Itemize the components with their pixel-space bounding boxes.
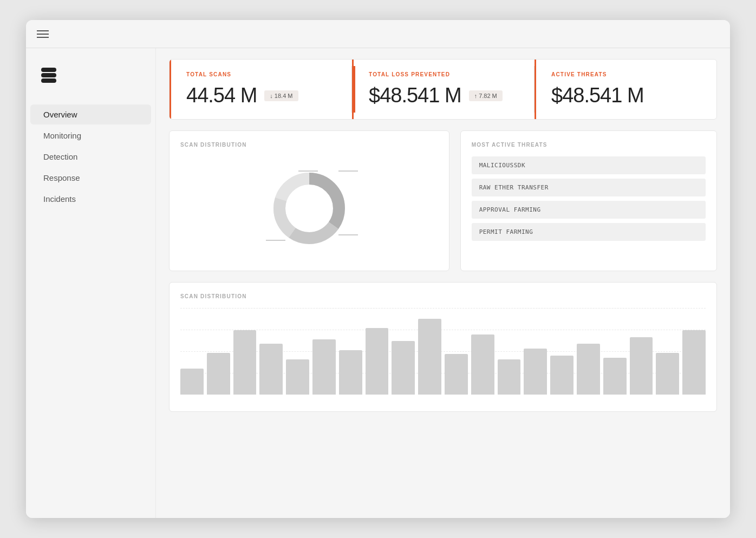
stat-badge-scans: ↓ 18.4 M — [264, 90, 298, 101]
sidebar-item-response[interactable]: Response — [30, 168, 151, 188]
bar-group — [207, 353, 230, 395]
donut-chart-title: SCAN DISTRIBUTION — [180, 142, 438, 148]
bar — [603, 358, 627, 395]
bar-chart-card: SCAN DISTRIBUTION — [169, 282, 717, 412]
svg-rect-1 — [41, 73, 56, 77]
threat-item-2: RAW ETHER TRANSFER — [472, 179, 706, 196]
menu-button[interactable] — [37, 30, 49, 38]
bar — [339, 350, 362, 395]
bar — [259, 344, 283, 395]
bar-group — [656, 353, 679, 395]
stat-label-threats: ACTIVE THREATS — [551, 71, 701, 77]
logo — [26, 59, 155, 103]
bar-group — [366, 328, 389, 395]
stat-label-loss: TOTAL LOSS PREVENTED — [369, 71, 519, 77]
bar — [524, 349, 547, 395]
stat-total-loss: TOTAL LOSS PREVENTED $48.541 M ↑ 7.82 M — [352, 60, 534, 119]
bar-chart-title: SCAN DISTRIBUTION — [180, 293, 706, 299]
threats-title: MOST ACTIVE THREATS — [472, 142, 706, 148]
bar-group — [445, 354, 468, 395]
stats-row: TOTAL SCANS 44.54 M ↓ 18.4 M TOTAL LOSS … — [169, 59, 717, 120]
bar — [445, 354, 468, 395]
bar — [366, 328, 389, 395]
bar-group — [259, 344, 283, 395]
stat-badge-loss: ↑ 7.82 M — [469, 90, 503, 101]
stat-label-scans: TOTAL SCANS — [186, 71, 336, 77]
bar-group — [603, 358, 627, 395]
donut-svg — [266, 165, 353, 252]
bar — [498, 359, 521, 395]
threats-card: MOST ACTIVE THREATS MALICIOUSSDK RAW ETH… — [460, 130, 717, 271]
bar-group — [418, 319, 441, 395]
threat-item-4: PERMIT FARMING — [472, 223, 706, 241]
bar — [418, 319, 441, 395]
bar-group — [233, 330, 257, 395]
bar — [207, 353, 230, 395]
scan-distribution-card: SCAN DISTRIBUTION — [169, 130, 449, 271]
sidebar-item-detection[interactable]: Detection — [30, 147, 151, 167]
stat-value-threats: $48.541 M — [551, 84, 644, 107]
bar-group — [471, 334, 494, 395]
bar-group — [339, 350, 362, 395]
bar — [550, 356, 573, 395]
stat-value-scans: 44.54 M — [186, 84, 257, 107]
charts-row: SCAN DISTRIBUTION — [169, 130, 717, 271]
stat-total-scans: TOTAL SCANS 44.54 M ↓ 18.4 M — [170, 60, 351, 119]
threats-list: MALICIOUSSDK RAW ETHER TRANSFER APPROVAL… — [472, 156, 706, 260]
bar-group — [312, 339, 336, 395]
titlebar — [26, 20, 730, 48]
bar — [630, 337, 653, 395]
bar — [392, 341, 415, 395]
logo-icon — [39, 64, 142, 90]
bar-chart-area — [180, 308, 706, 395]
bar-group — [498, 359, 521, 395]
bar-group — [577, 344, 600, 395]
sidebar-item-monitoring[interactable]: Monitoring — [30, 126, 151, 146]
sidebar-item-overview[interactable]: Overview — [30, 104, 151, 124]
bar — [180, 369, 204, 395]
bar-group — [392, 341, 415, 395]
bar — [286, 359, 309, 395]
threat-item-1: MALICIOUSSDK — [472, 156, 706, 174]
bar — [577, 344, 600, 395]
content-area: TOTAL SCANS 44.54 M ↓ 18.4 M TOTAL LOSS … — [156, 48, 730, 518]
svg-rect-0 — [41, 68, 56, 72]
bar — [312, 339, 336, 395]
bar — [656, 353, 679, 395]
bar-group — [550, 356, 573, 395]
threat-item-3: APPROVAL FARMING — [472, 201, 706, 219]
bar — [233, 330, 257, 395]
bar-group — [682, 330, 706, 395]
bar-group — [630, 337, 653, 395]
bar — [471, 334, 494, 395]
bar — [682, 330, 706, 395]
sidebar-item-incidents[interactable]: Incidents — [30, 189, 151, 209]
svg-rect-2 — [41, 78, 56, 83]
bar-group — [180, 369, 204, 395]
bar-group — [524, 349, 547, 395]
bar-group — [286, 359, 309, 395]
stat-value-loss: $48.541 M — [369, 84, 461, 107]
stat-active-threats: ACTIVE THREATS $48.541 M — [535, 60, 716, 119]
app-window: Overview Monitoring Detection Response I… — [26, 20, 730, 518]
donut-area — [180, 156, 438, 260]
sidebar: Overview Monitoring Detection Response I… — [26, 48, 156, 518]
